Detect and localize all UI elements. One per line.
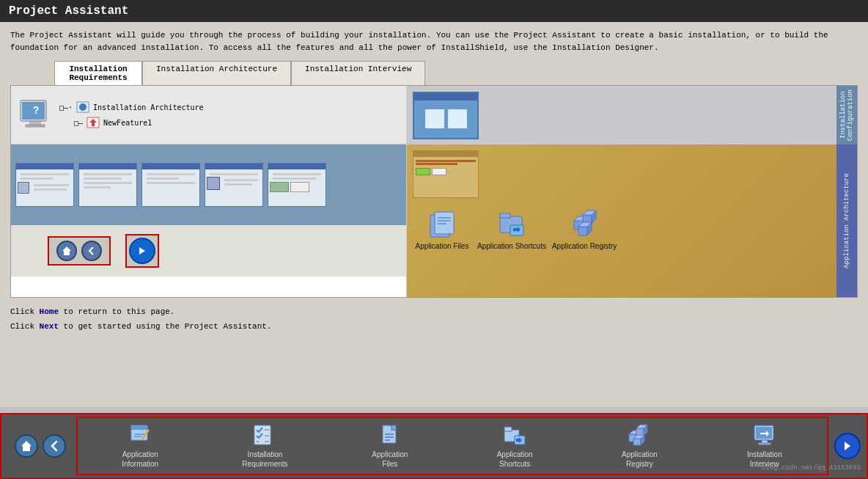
shortcuts-icon-small (501, 423, 528, 447)
screen-thumb-1 (15, 163, 74, 207)
arch-tree: □—· Installation Architecture □— (59, 100, 204, 129)
files-icon-small (377, 423, 403, 447)
files-icon (424, 207, 460, 240)
diagram-left: ? □—· Installation Architecture □— (11, 86, 407, 297)
feature-icon (86, 116, 100, 129)
app-files-label: Application Files (416, 242, 469, 250)
bottom-app-shortcuts-label: ApplicationShortcuts (497, 450, 533, 469)
bottom-item-app-info[interactable]: ApplicationInformation (100, 420, 180, 472)
diagram-area: ? □—· Installation Architecture □— (10, 85, 858, 298)
watermark: blog.csdn.net/qq_43153693 (762, 464, 861, 472)
tabs-row: InstallationRequirements Installation Ar… (10, 61, 858, 85)
bottom-app-files-label: ApplicationFiles (372, 450, 408, 469)
bottom-app-registry-label: ApplicationRegistry (622, 450, 658, 469)
bottom-app-info-label: ApplicationInformation (122, 450, 158, 469)
shortcuts-icon (493, 207, 530, 240)
app-registry-item[interactable]: Application Registry (552, 207, 617, 250)
svg-point-6 (79, 103, 87, 111)
svg-rect-14 (500, 213, 510, 218)
bottom-inst-req-label: InstallationRequirements (242, 450, 287, 469)
arch-right-top: InstallationConfiguration (407, 86, 857, 145)
nav-buttons-area (11, 225, 406, 277)
bottom-item-app-files[interactable]: ApplicationFiles (350, 420, 430, 472)
bottom-back-btn[interactable] (43, 434, 66, 458)
app-icons-row: Application Files (407, 204, 857, 253)
bottom-nav-btns (7, 434, 73, 458)
screen-thumb-4 (205, 163, 263, 207)
diagram-right: InstallationConfiguration (407, 86, 857, 297)
svg-rect-26 (131, 425, 147, 430)
description: The Project Assistant will guide you thr… (10, 29, 858, 54)
arch-tree-icon (76, 100, 90, 114)
arch-label: Installation Architecture (93, 103, 204, 111)
screen-thumb-2 (78, 163, 137, 207)
svg-rect-38 (391, 425, 396, 430)
back-nav-btn[interactable] (81, 241, 102, 261)
svg-rect-2 (30, 121, 40, 125)
bottom-toolbar: ApplicationInformation In (0, 413, 868, 479)
right-screens (407, 145, 857, 204)
screens-row (11, 145, 406, 225)
next-link[interactable]: Next (40, 322, 59, 331)
click-instructions: Click Home to return to this page. Click… (10, 305, 858, 334)
app-arch-tab[interactable]: Application Architecture (836, 145, 857, 297)
screen-thumb-5 (268, 163, 326, 207)
bottom-next-arrow[interactable] (834, 433, 861, 459)
registry-icon-small (626, 423, 652, 447)
requirements-icon (251, 423, 278, 447)
svg-rect-57 (759, 443, 770, 445)
svg-rect-43 (504, 427, 512, 431)
tab-installation-requirements[interactable]: InstallationRequirements (54, 61, 142, 85)
install-config-tab[interactable]: InstallationConfiguration (836, 86, 857, 145)
bottom-home-btn[interactable] (15, 434, 38, 458)
next-nav-btn[interactable] (129, 238, 155, 264)
app-arch-section: Application Files (407, 145, 857, 297)
app-shortcuts-item[interactable]: Application Shortcuts (477, 207, 546, 250)
title-bar: Project Assistant (0, 0, 868, 22)
home-link[interactable]: Home (40, 307, 59, 316)
bottom-items: ApplicationInformation In (76, 417, 828, 475)
registry-icon (566, 207, 603, 240)
bottom-item-app-registry[interactable]: ApplicationRegistry (599, 420, 680, 472)
bottom-item-inst-req[interactable]: InstallationRequirements (224, 420, 305, 472)
svg-rect-51 (633, 439, 641, 445)
home-nav-btn[interactable] (56, 241, 77, 261)
arch-top-section: ? □—· Installation Architecture □— (11, 86, 406, 145)
computer-icon: ? (17, 97, 54, 134)
app-registry-label: Application Registry (552, 242, 617, 250)
svg-rect-3 (26, 125, 45, 127)
app-shortcuts-label: Application Shortcuts (477, 242, 546, 250)
tab-installation-interview[interactable]: Installation Interview (291, 61, 425, 85)
svg-text:?: ? (33, 105, 39, 117)
app-files-item[interactable]: Application Files (413, 207, 471, 250)
svg-rect-22 (578, 227, 587, 235)
feature-label: NewFeature1 (103, 119, 152, 127)
main-content: The Project Assistant will guide you thr… (0, 22, 868, 407)
app-title: Project Assistant (9, 4, 128, 18)
tab-installation-architecture[interactable]: Installation Architecture (142, 61, 291, 85)
svg-rect-56 (762, 440, 768, 443)
svg-rect-9 (435, 212, 454, 234)
info-icon (127, 423, 153, 447)
bottom-item-app-shortcuts[interactable]: ApplicationShortcuts (474, 420, 555, 472)
interview-icon (751, 423, 778, 447)
screen-thumb-3 (141, 163, 200, 207)
